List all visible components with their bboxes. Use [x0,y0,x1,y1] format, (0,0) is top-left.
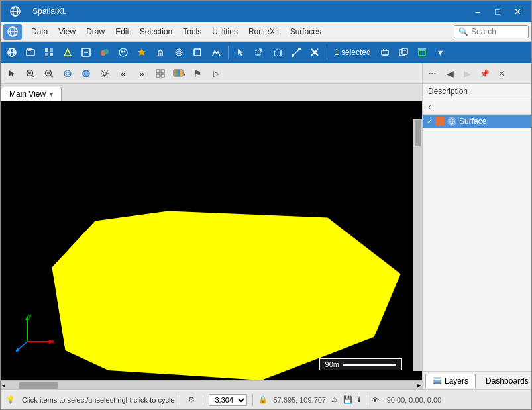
layer-name-label: Surface [459,117,486,126]
tb1-icon12[interactable] [207,44,225,60]
app-window: SpatialXL – □ ✕ Data View Draw Edit Sele… [0,0,532,410]
panel-pin-btn[interactable]: 📌 [477,66,492,81]
tb2-color[interactable]: ▾ [170,66,187,81]
scale-label: 90m [325,360,339,368]
view-area: Main View ▾ [1,84,422,389]
svg-rect-79 [433,377,441,379]
svg-rect-62 [180,70,182,76]
tb2-flag[interactable]: ⚑ [189,66,206,81]
menu-edit[interactable]: Edit [110,25,134,39]
v-scroll-thumb[interactable] [415,120,421,146]
maximize-button[interactable]: □ [489,4,506,19]
tb1-icon3[interactable] [40,44,58,60]
tb1-icon6[interactable] [96,44,113,60]
svg-rect-12 [50,48,53,52]
layers-tab[interactable]: Layers [425,374,476,388]
count-selector[interactable]: 3,304 [209,394,247,406]
toolbar1: 1 selected ▾ [1,42,531,63]
menu-utilities[interactable]: Utilities [207,25,243,39]
layers-tab-label: Layers [445,376,468,385]
dashboards-tab[interactable]: Dashboards [478,374,531,388]
tb1-select-clear[interactable] [306,44,323,60]
svg-text:x: x [52,338,55,345]
panel-nav-next[interactable]: ▶ [460,66,474,81]
tb1-sel-icon1[interactable] [376,44,394,60]
canvas-area[interactable]: y x 90m [1,101,422,380]
svg-rect-60 [176,70,178,76]
tb2-next[interactable]: » [133,66,150,81]
tb2-gear[interactable] [96,66,113,81]
tb1-sel-icon3[interactable] [413,44,431,60]
tb2-cursor[interactable] [3,66,21,81]
menu-tools[interactable]: Tools [178,25,207,39]
tb1-icon10[interactable] [170,44,187,60]
close-button[interactable]: ✕ [509,4,526,19]
tb1-select-rect[interactable] [250,44,268,60]
tb1-cursor[interactable] [232,44,249,60]
layer-checkbox[interactable]: ✓ [427,117,433,126]
panel-dots-btn[interactable]: ••• [425,66,440,81]
tb1-icon4[interactable] [59,44,76,60]
tb1-more[interactable]: ▾ [432,44,449,60]
right-panel: ••• ◀ ▶ 📌 ✕ Description ‹ ✓ Surface [422,63,531,389]
tb1-icon11[interactable] [189,44,206,60]
tb2-play[interactable]: ▷ [207,66,225,81]
menu-selection[interactable]: Selection [134,25,178,39]
menu-routexl[interactable]: RouteXL [243,25,285,39]
status-bar: 💡 Click items to select/unselect right c… [1,389,531,409]
menu-bar: Data View Draw Edit Selection Tools Util… [1,22,531,42]
svg-rect-34 [382,50,388,55]
search-box[interactable]: 🔍 [454,25,529,38]
panel-nav-prev[interactable]: ◀ [443,66,457,81]
status-separator4 [366,394,366,406]
menu-surfaces[interactable]: Surfaces [285,25,327,39]
menu-draw[interactable]: Draw [81,25,110,39]
tb1-icon9[interactable] [152,44,169,60]
svg-text:▾: ▾ [184,72,185,77]
tab-close[interactable]: ▾ [50,91,53,98]
svg-point-20 [119,48,127,56]
svg-rect-56 [156,74,160,77]
layer-row[interactable]: ✓ Surface [423,115,531,128]
panel-close-btn[interactable]: ✕ [494,66,509,81]
tb1-select-line[interactable] [288,44,305,60]
menu-view[interactable]: View [53,25,81,39]
tb1-icon1[interactable] [3,44,21,60]
svg-line-44 [32,75,35,77]
menu-logo [3,24,22,40]
tb2-grid[interactable] [152,66,169,81]
tb2-globe1[interactable] [59,66,76,81]
svg-line-48 [51,75,54,77]
tb1-sel-icon2[interactable] [395,44,412,60]
tb2-zoom-in[interactable] [22,66,39,81]
polygon-svg [1,101,422,380]
content-area: « » ▾ ⚑ ▷ Main View ▾ [1,63,531,389]
svg-text:y: y [28,313,32,319]
status-settings-icon[interactable]: ⚙ [186,394,197,406]
h-scrollbar[interactable]: ◂ ▸ [1,380,422,389]
tb1-select-poly[interactable] [269,44,286,60]
menu-data[interactable]: Data [26,25,53,39]
tb1-icon7[interactable] [115,44,132,60]
svg-rect-61 [178,70,180,76]
tb1-icon8[interactable] [133,44,150,60]
main-view-tab[interactable]: Main View ▾ [1,87,62,101]
svg-point-19 [103,49,109,54]
tb2-globe2[interactable] [78,66,95,81]
tb2-prev[interactable]: « [115,66,132,81]
tb1-separator [228,46,229,59]
h-scroll-thumb[interactable] [19,382,58,389]
panel-back-button[interactable]: ‹ [423,99,531,115]
h-scroll-left[interactable]: ◂ [2,382,5,389]
tb1-icon2[interactable] [22,44,39,60]
dashboards-tab-label: Dashboards [486,376,529,385]
search-input[interactable] [471,27,524,36]
tb1-separator2 [327,46,327,59]
scale-bar: 90m [319,358,402,370]
tb2-zoom-out[interactable] [40,66,58,81]
minimize-button[interactable]: – [469,4,486,19]
svg-rect-27 [256,50,260,55]
tb1-icon5[interactable] [78,44,95,60]
h-scroll-right[interactable]: ▸ [417,382,421,389]
v-scrollbar[interactable] [413,119,422,371]
